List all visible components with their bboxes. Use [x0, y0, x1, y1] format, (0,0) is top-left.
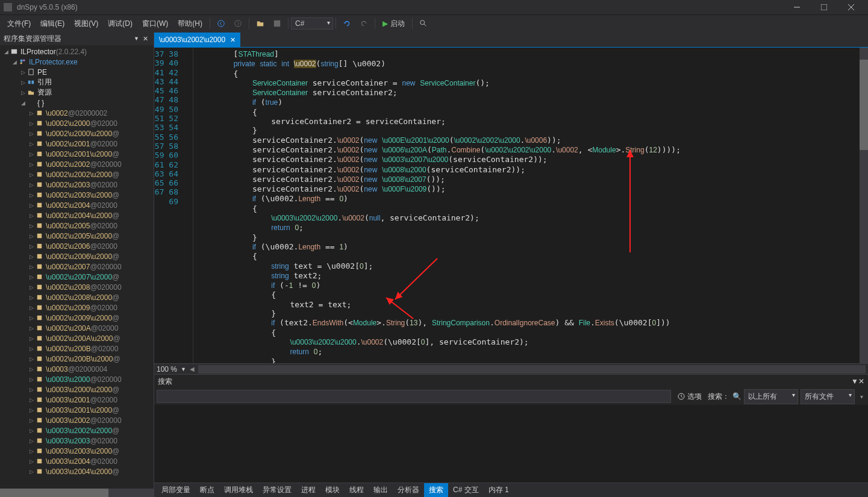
expand-icon[interactable]: ◢	[2, 49, 10, 55]
tree-node[interactable]: ▷\u0003\u2000\u2000 @	[0, 384, 154, 395]
nav-forward-button[interactable]	[231, 16, 245, 31]
editor-tab[interactable]: \u0003\u2002\u2000 ✕	[154, 33, 240, 47]
bottom-tab[interactable]: 搜索	[424, 483, 448, 497]
tree-node[interactable]: ▷\u0002\u2007\u2000 @	[0, 272, 154, 282]
expand-icon[interactable]: ▷	[28, 315, 35, 321]
tree-node[interactable]: ▷\u0003\u2003 @02000	[0, 436, 154, 446]
tree-node[interactable]: ▷\u0002\u2005\u2000 @	[0, 231, 154, 241]
tree[interactable]: ◢ILProtector (2.0.22.4)◢ILProtector.exe▷…	[0, 45, 154, 489]
menu-item[interactable]: 文件(F)	[2, 16, 36, 31]
code-content[interactable]: [STAThread] private static int \u0002(st…	[193, 48, 860, 363]
expand-icon[interactable]: ▷	[28, 141, 35, 147]
bottom-tab[interactable]: 断点	[195, 483, 219, 497]
expand-icon[interactable]: ▷	[28, 458, 35, 464]
tree-node[interactable]: ▷\u0002\u2004 @02000	[0, 200, 154, 210]
expand-icon[interactable]: ▷	[28, 397, 35, 403]
tree-node[interactable]: ▷\u0002\u2000 @02000	[0, 118, 154, 128]
language-combo[interactable]: C#	[291, 17, 333, 30]
panel-close-icon[interactable]: ✕	[858, 377, 864, 386]
expand-icon[interactable]: ▷	[28, 336, 35, 342]
expand-icon[interactable]: ▷	[28, 110, 35, 116]
tree-node[interactable]: ▷\u0003 @02000004	[0, 364, 154, 374]
tree-node[interactable]: ▷\u0002\u200A @02000	[0, 323, 154, 333]
tree-node[interactable]: ▷\u0002\u2002\u2000 @	[0, 169, 154, 180]
tree-node[interactable]: ▷\u0002\u2009\u2000 @	[0, 313, 154, 323]
tree-node[interactable]: ▷\u0002\u2003 @02000	[0, 180, 154, 190]
tree-node[interactable]: ◢ILProtector (2.0.22.4)	[0, 46, 154, 57]
expand-icon[interactable]: ▷	[19, 80, 27, 86]
expand-icon[interactable]: ▷	[28, 243, 35, 249]
tab-close-icon[interactable]: ✕	[230, 36, 236, 44]
search-input[interactable]	[157, 390, 671, 403]
expand-icon[interactable]: ▷	[28, 151, 35, 157]
tree-node[interactable]: ▷\u0002\u2000\u2000 @	[0, 128, 154, 139]
bottom-tab[interactable]: 输出	[369, 483, 393, 497]
tree-node[interactable]: ▷\u0003\u2002 @020000	[0, 415, 154, 425]
tree-node[interactable]: ▷\u0003\u2002\u2000 @	[0, 425, 154, 436]
open-button[interactable]	[253, 16, 267, 31]
bottom-tab[interactable]: 内存 1	[484, 483, 514, 497]
tree-node[interactable]: ▷\u0002\u2004\u2000 @	[0, 210, 154, 220]
tree-node[interactable]: ◢ILProtector.exe	[0, 57, 154, 67]
h-scrollbar[interactable]	[0, 489, 154, 497]
v-scrollbar[interactable]	[860, 48, 868, 363]
expand-icon[interactable]: ▷	[28, 202, 35, 208]
expand-icon[interactable]: ◢	[11, 59, 18, 65]
expand-icon[interactable]: ▷	[28, 387, 35, 393]
tree-node[interactable]: ▷\u0002\u2009 @02000	[0, 302, 154, 313]
expand-icon[interactable]: ▷	[28, 346, 35, 352]
menu-item[interactable]: 帮助(H)	[173, 16, 207, 31]
expand-icon[interactable]: ▷	[28, 366, 35, 372]
expand-icon[interactable]: ▷	[28, 295, 35, 301]
expand-icon[interactable]: ▷	[28, 213, 35, 219]
menu-item[interactable]: 窗口(W)	[137, 16, 173, 31]
start-button[interactable]: ▶启动	[378, 17, 410, 30]
panel-dropdown-icon[interactable]: ▼	[134, 36, 139, 42]
bottom-tab[interactable]: C# 交互	[448, 483, 484, 497]
options-button[interactable]: 选项	[673, 392, 705, 402]
expand-icon[interactable]: ▷	[28, 274, 35, 280]
expand-icon[interactable]: ▷	[28, 233, 35, 239]
bottom-tab[interactable]: 模块	[320, 483, 345, 497]
undo-button[interactable]	[340, 16, 354, 31]
tree-node[interactable]: ▷引用	[0, 77, 154, 87]
tree-node[interactable]: ▷\u0002\u2001 @02000	[0, 139, 154, 149]
expand-icon[interactable]: ▷	[19, 90, 27, 96]
redo-button[interactable]	[357, 16, 371, 31]
search-files-combo[interactable]: 所有文件	[801, 389, 855, 404]
save-button[interactable]	[270, 16, 284, 31]
tree-node[interactable]: ▷\u0002\u200B\u2000 @	[0, 354, 154, 364]
scroll-left-icon[interactable]: ◀	[190, 366, 195, 372]
expand-icon[interactable]: ◢	[19, 100, 27, 106]
panel-close-icon[interactable]: ✕	[143, 35, 148, 43]
tree-node[interactable]: ▷\u0002\u2008\u2000 @	[0, 292, 154, 302]
tree-node[interactable]: ▷\u0003\u2003\u2000 @	[0, 446, 154, 456]
menu-item[interactable]: 调试(D)	[103, 16, 137, 31]
close-button[interactable]	[837, 0, 864, 15]
tree-node[interactable]: ▷\u0003\u2004 @02000	[0, 456, 154, 466]
expand-icon[interactable]: ▷	[28, 182, 35, 188]
expand-icon[interactable]: ▷	[28, 172, 35, 178]
tree-node[interactable]: ▷\u0003\u2001 @02000	[0, 395, 154, 405]
bottom-tab[interactable]: 局部变量	[157, 483, 195, 497]
tree-node[interactable]: ▷\u0002\u2005 @02000	[0, 220, 154, 231]
tree-node[interactable]: ▷\u0002\u2007 @020000	[0, 261, 154, 272]
menu-item[interactable]: 视图(V)	[69, 16, 103, 31]
menu-item[interactable]: 编辑(E)	[36, 16, 69, 31]
expand-icon[interactable]: ▷	[28, 448, 35, 454]
expand-icon[interactable]: ▷	[28, 428, 35, 434]
tree-node[interactable]: ▷资源	[0, 87, 154, 98]
search-scope-combo[interactable]: 以上所有	[744, 389, 798, 404]
expand-icon[interactable]: ▷	[28, 120, 35, 127]
expand-icon[interactable]: ▷	[28, 469, 35, 475]
expand-icon[interactable]: ▷	[28, 131, 35, 137]
bottom-tab[interactable]: 异常设置	[258, 483, 296, 497]
h-scrollbar-editor[interactable]	[198, 365, 866, 374]
expand-icon[interactable]: ▷	[28, 407, 35, 413]
zoom-level[interactable]: 100 %	[157, 365, 177, 374]
bottom-tab[interactable]: 分析器	[393, 483, 424, 497]
expand-icon[interactable]: ▷	[28, 223, 35, 229]
expand-icon[interactable]: ▷	[28, 377, 35, 383]
bottom-tab[interactable]: 调用堆栈	[219, 483, 258, 497]
nav-back-button[interactable]	[214, 16, 228, 31]
